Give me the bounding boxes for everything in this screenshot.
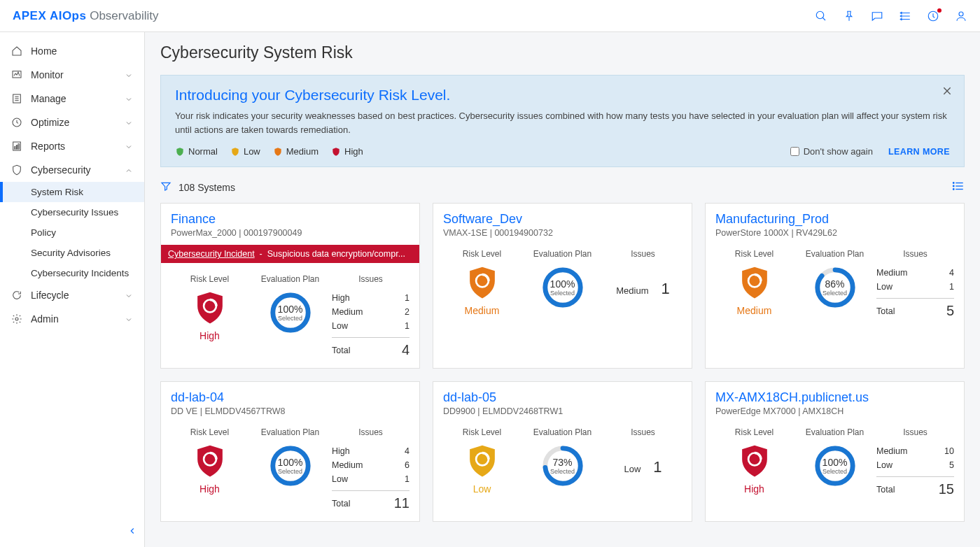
chat-icon[interactable] [871, 10, 883, 22]
close-icon[interactable] [941, 85, 953, 99]
filter-icon[interactable] [160, 180, 172, 194]
system-subtitle: PowerMax_2000 | 000197900049 [171, 228, 410, 238]
svg-point-4 [959, 12, 963, 16]
plan-percent: 100% [822, 457, 848, 468]
total-value: 15 [939, 481, 954, 497]
column-header: Issues [358, 427, 383, 437]
issue-value: 1 [662, 280, 670, 297]
chevron-down-icon [125, 71, 133, 79]
sidebar-item-monitor[interactable]: Monitor [0, 63, 144, 87]
system-name-link[interactable]: Software_Dev [443, 212, 682, 227]
sidebar-sub-incidents[interactable]: Cybersecurity Incidents [0, 263, 144, 283]
svg-rect-12 [15, 147, 15, 149]
search-icon[interactable] [815, 10, 827, 22]
sidebar-item-cybersecurity[interactable]: Cybersecurity [0, 158, 144, 182]
system-name-link[interactable]: dd-lab-05 [443, 390, 682, 405]
system-subtitle: VMAX-1SE | 000194900732 [443, 228, 682, 238]
pin-icon[interactable] [843, 10, 855, 22]
system-card: Finance PowerMax_2000 | 000197900049 Cyb… [160, 203, 420, 369]
systems-count: 108 Systems [178, 182, 235, 193]
notifications-icon[interactable] [927, 10, 939, 22]
issue-label: Medium [332, 460, 363, 470]
sidebar-item-admin[interactable]: Admin [0, 307, 144, 331]
brand: APEX AIOps Observability [13, 9, 158, 23]
system-subtitle: PowerStore 1000X | RV429L62 [715, 228, 954, 238]
risk-shield-icon [739, 444, 770, 479]
risk-shield-icon [195, 444, 225, 479]
total-label: Total [876, 306, 895, 316]
sidebar-item-lifecycle[interactable]: Lifecycle [0, 283, 144, 307]
sidebar-item-label: Optimize [31, 117, 116, 128]
issue-value: 5 [949, 460, 954, 470]
system-card: Software_Dev VMAX-1SE | 000194900732 Ris… [433, 203, 692, 369]
column-header: Issues [358, 274, 383, 284]
svg-point-0 [816, 11, 824, 19]
issue-value: 2 [405, 307, 410, 317]
column-header: Risk Level [190, 274, 229, 284]
svg-point-22 [953, 185, 955, 187]
risk-level-label: Low [473, 483, 491, 495]
system-name-link[interactable]: dd-lab-04 [171, 390, 410, 405]
column-header: Evaluation Plan [261, 274, 319, 284]
sidebar-item-label: Cybersecurity [31, 164, 116, 176]
issue-value: 1 [405, 321, 410, 331]
sidebar-item-home[interactable]: Home [0, 39, 144, 63]
system-name-link[interactable]: Finance [171, 212, 410, 227]
column-header: Issues [903, 427, 927, 437]
tasks-icon[interactable] [899, 10, 911, 22]
page-title: Cybersecurity System Risk [160, 43, 965, 62]
learn-more-link[interactable]: LEARN MORE [888, 147, 950, 157]
chevron-up-icon [125, 166, 133, 174]
cards-grid: Finance PowerMax_2000 | 000197900049 Cyb… [160, 203, 965, 522]
total-value: 5 [946, 303, 954, 319]
column-header: Risk Level [463, 249, 501, 259]
issue-label: Low [876, 282, 892, 292]
plan-percent: 100% [550, 278, 575, 290]
reports-icon [11, 141, 22, 152]
sidebar-item-label: Home [31, 45, 133, 57]
issue-label: Medium [876, 268, 907, 278]
issue-label: High [332, 446, 350, 456]
total-value: 11 [394, 495, 410, 511]
risk-level-label: High [200, 330, 220, 341]
shield-high-icon [331, 147, 341, 157]
evaluation-donut: 100% Selected [269, 291, 312, 334]
dont-show-checkbox[interactable]: Don't show again [790, 146, 873, 157]
column-header: Evaluation Plan [533, 249, 592, 259]
sidebar-sub-policy[interactable]: Policy [0, 222, 144, 243]
issue-value: 1 [405, 293, 410, 303]
plan-selected-label: Selected [550, 290, 575, 297]
incident-banner[interactable]: Cybersecurity Incident - Suspicious data… [161, 245, 419, 263]
system-name-link[interactable]: Manufacturing_Prod [715, 212, 954, 227]
sidebar-sub-advisories[interactable]: Security Advisories [0, 243, 144, 263]
chevron-down-icon [125, 315, 133, 323]
chevron-down-icon [125, 118, 133, 127]
sidebar-item-reports[interactable]: Reports [0, 134, 144, 158]
main-content: Cybersecurity System Risk Introducing yo… [145, 32, 980, 547]
sidebar-sub-issues[interactable]: Cybersecurity Issues [0, 202, 144, 222]
sidebar-item-manage[interactable]: Manage [0, 87, 144, 111]
plan-percent: 100% [278, 457, 303, 468]
issue-value: 4 [405, 446, 410, 456]
sidebar-item-label: Lifecycle [31, 290, 116, 301]
home-icon [11, 45, 22, 57]
user-icon[interactable] [955, 10, 967, 22]
column-header: Evaluation Plan [533, 427, 592, 437]
sidebar-item-optimize[interactable]: Optimize [0, 111, 144, 134]
risk-shield-icon [739, 266, 770, 301]
sidebar-item-label: Admin [31, 313, 116, 325]
system-name-link[interactable]: MX-AMX18CH.publicnet.us [715, 390, 954, 405]
plan-percent: 86% [825, 278, 844, 290]
sidebar-item-label: Reports [31, 141, 116, 152]
risk-shield-icon [467, 444, 498, 479]
plan-selected-label: Selected [278, 315, 302, 322]
topbar-actions [815, 10, 967, 22]
sidebar-sub-system-risk[interactable]: System Risk [0, 182, 144, 202]
evaluation-donut: 73% Selected [541, 444, 584, 488]
list-view-icon[interactable] [952, 180, 965, 194]
plan-percent: 73% [552, 457, 572, 468]
sidebar-collapse-button[interactable] [127, 526, 137, 539]
shield-normal-icon [175, 147, 185, 157]
monitor-icon [11, 69, 22, 80]
legend-label: Low [244, 146, 260, 157]
